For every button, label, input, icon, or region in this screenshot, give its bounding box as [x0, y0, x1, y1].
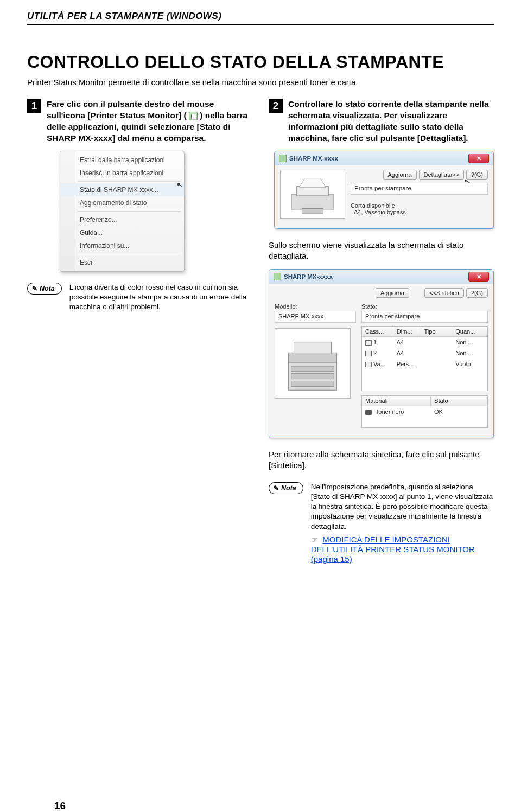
- ctx-item-insert: Inserisci in barra applicazioni: [60, 167, 184, 180]
- compact-button: <<Sintetica: [424, 288, 464, 298]
- svg-rect-0: [291, 194, 334, 210]
- printer-illustration: [280, 170, 345, 219]
- svg-rect-5: [289, 353, 337, 362]
- note-1: Nota L'icona diventa di color rosso nel …: [27, 283, 252, 312]
- step-2-text: Controllare lo stato corrente della stam…: [288, 99, 494, 144]
- svg-rect-9: [291, 381, 334, 387]
- tray-icon: [365, 362, 372, 367]
- ctx-item-help: Guida...: [60, 226, 184, 239]
- detail-button: Dettagliata>>: [419, 170, 464, 180]
- body-text-return: Per ritornare alla schermata sintetica, …: [269, 449, 494, 471]
- xref-icon: ☞: [311, 535, 318, 544]
- table-row: 2 A4 Non ...: [362, 348, 487, 359]
- th-cassette: Cass...: [362, 327, 393, 336]
- detailed-status-window: SHARP MX-xxxx ✕ Aggiorna <<Sintetica ?(G…: [269, 269, 494, 438]
- svg-marker-2: [300, 178, 326, 187]
- ctx-item-extract: Estrai dalla barra applicazioni: [60, 154, 184, 167]
- th-state: Stato: [431, 396, 487, 406]
- svg-rect-8: [291, 374, 334, 379]
- settings-link[interactable]: MODIFICA DELLE IMPOSTAZIONI DELL'UTILITÀ…: [311, 535, 475, 564]
- close-button: ✕: [468, 272, 489, 282]
- model-label: Modello:: [275, 303, 356, 310]
- window-title: SHARP MX-xxxx: [289, 155, 338, 162]
- note-2: Nota Nell'impostazione predefinita, quan…: [269, 482, 494, 564]
- step-2: 2 Controllare lo stato corrente della st…: [269, 99, 494, 144]
- body-text-detailed: Sullo schermo viene visualizzata la sche…: [269, 240, 494, 262]
- toner-icon: [365, 410, 372, 415]
- paper-available-label: Carta disponibile:: [351, 202, 488, 209]
- refresh-button: Aggiorna: [383, 170, 417, 180]
- th-materials: Materiali: [362, 396, 431, 406]
- paper-available-value: A4, Vassoio bypass: [351, 209, 488, 215]
- tray-icon: [365, 351, 372, 356]
- window-title: SHARP MX-xxxx: [284, 273, 333, 280]
- note-label: Nota: [269, 482, 303, 494]
- materials-table: Materiali Stato Toner nero OK: [361, 395, 488, 428]
- step-number: 1: [27, 99, 41, 113]
- table-row: Va... Pers... Vuoto: [362, 359, 487, 369]
- svg-rect-6: [294, 342, 332, 354]
- window-icon: [274, 273, 281, 280]
- help-button: ?(G): [466, 288, 488, 298]
- svg-rect-7: [291, 366, 334, 372]
- note-2-text: Nell'impostazione predefinita, quando si…: [311, 482, 494, 532]
- section-header: UTILITÀ PER LA STAMPANTE (WINDOWS): [27, 11, 494, 25]
- state-label: Stato:: [361, 303, 488, 310]
- step-1: 1 Fare clic con il pulsante destro del m…: [27, 99, 252, 144]
- th-quan: Quan...: [452, 327, 487, 336]
- table-row: 1 A4 Non ...: [362, 337, 487, 348]
- page-title: CONTROLLO DELLO STATO DELLA STAMPANTE: [27, 52, 494, 72]
- printer-status-tray-icon: [189, 112, 198, 120]
- svg-rect-1: [297, 186, 329, 196]
- window-icon: [279, 155, 287, 162]
- ctx-item-status: Stato di SHARP MX-xxxx...: [60, 183, 184, 196]
- th-dim: Dim...: [393, 327, 421, 336]
- close-button: ✕: [468, 154, 489, 163]
- model-value: SHARP MX-xxxx: [275, 311, 356, 323]
- ctx-item-update: Aggiornamento di stato: [60, 196, 184, 209]
- tray-table: Cass... Dim... Tipo Quan... 1 A4 Non ...: [361, 326, 488, 391]
- state-value: Pronta per stampare.: [361, 311, 488, 323]
- note-1-text: L'icona diventa di color rosso nel caso …: [69, 283, 252, 312]
- copier-illustration: [275, 328, 351, 399]
- ctx-item-about: Informazioni su...: [60, 239, 184, 252]
- page-number: 16: [54, 800, 66, 812]
- table-row: Toner nero OK: [362, 406, 487, 417]
- cursor-icon: ↖: [176, 180, 185, 190]
- right-column: 2 Controllare lo stato corrente della st…: [269, 99, 494, 564]
- ctx-item-exit: Esci: [60, 256, 184, 269]
- ctx-item-prefs: Preferenze...: [60, 213, 184, 226]
- step-1-text: Fare clic con il pulsante destro del mou…: [47, 99, 252, 144]
- compact-status-window: SHARP MX-xxxx ✕: [274, 151, 494, 229]
- refresh-button: Aggiorna: [376, 288, 409, 298]
- context-menu-screenshot: Estrai dalla barra applicazioni Inserisc…: [60, 151, 252, 272]
- left-column: 1 Fare clic con il pulsante destro del m…: [27, 99, 252, 564]
- note-label: Nota: [27, 283, 62, 295]
- svg-rect-3: [302, 208, 323, 214]
- th-tipo: Tipo: [421, 327, 453, 336]
- intro-text: Printer Status Monitor permette di contr…: [27, 78, 494, 87]
- step-number: 2: [269, 99, 283, 113]
- tray-icon: [365, 340, 372, 346]
